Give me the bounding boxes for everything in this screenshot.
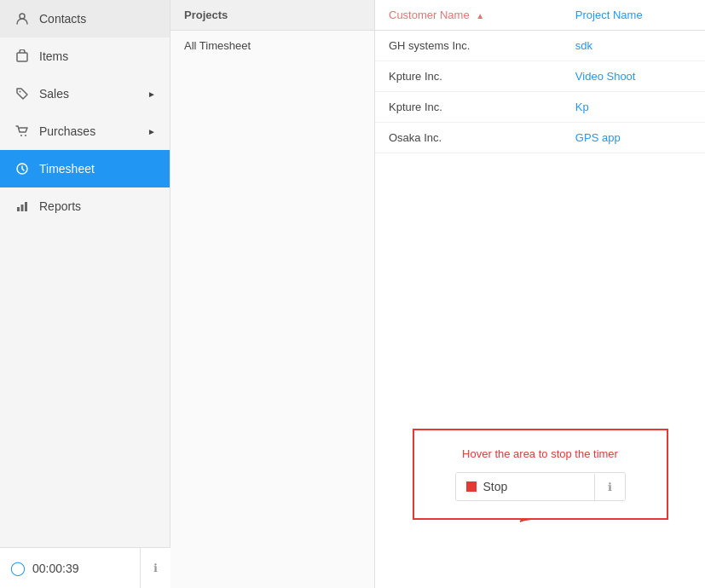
col-customer-name-label: Customer Name	[389, 9, 470, 21]
sidebar-item-reports[interactable]: Reports	[0, 187, 170, 225]
stop-btn-container: Stop ℹ	[455, 472, 626, 501]
middle-panel: Projects All Timesheet	[170, 0, 375, 588]
col-project-name-label: Project Name	[575, 9, 643, 21]
panel-item-all-timesheet[interactable]: All Timesheet	[170, 31, 374, 61]
package-icon	[14, 48, 31, 65]
chart-icon	[14, 198, 31, 215]
svg-rect-6	[17, 207, 20, 211]
col-project-name[interactable]: Project Name	[562, 0, 705, 31]
col-customer-name[interactable]: Customer Name ▲	[375, 0, 562, 31]
svg-rect-8	[25, 202, 27, 211]
panel-item-label: All Timesheet	[184, 39, 251, 52]
person-icon	[14, 10, 31, 27]
sidebar-item-sales[interactable]: Sales ►	[0, 75, 170, 112]
clock-icon	[14, 160, 31, 177]
customer-cell: Kpture Inc.	[375, 61, 562, 92]
stop-timer-popup: Hover the area to stop the timer Stop ℹ	[413, 429, 668, 520]
cart-icon	[14, 123, 31, 140]
stop-button[interactable]: Stop	[456, 473, 594, 500]
info-icon: ℹ	[153, 562, 158, 574]
svg-point-3	[20, 135, 22, 136]
timer-bar: ◯ 00:00:39 ℹ	[0, 547, 170, 588]
stop-label: Stop	[483, 480, 508, 493]
timer-display: ◯ 00:00:39	[0, 560, 140, 576]
sidebar-item-items-label: Items	[39, 49, 68, 63]
sidebar: Contacts Items Sales ► Purchase	[0, 0, 170, 588]
chevron-right-icon-2: ►	[147, 127, 156, 136]
svg-point-0	[20, 14, 25, 19]
hover-text: Hover the area to stop the timer	[462, 447, 618, 460]
data-table: Customer Name ▲ Project Name GH systems …	[375, 0, 705, 153]
project-cell[interactable]: sdk	[562, 31, 705, 61]
project-cell[interactable]: Kp	[562, 92, 705, 123]
svg-point-2	[20, 91, 21, 93]
table-row: Osaka Inc. GPS app	[375, 123, 705, 153]
sidebar-item-purchases-label: Purchases	[39, 124, 95, 138]
timer-clock-icon: ◯	[10, 560, 26, 576]
chevron-right-icon: ►	[147, 89, 156, 99]
timer-time: 00:00:39	[32, 562, 79, 575]
project-cell[interactable]: GPS app	[562, 123, 705, 153]
sidebar-item-items[interactable]: Items	[0, 37, 170, 75]
customer-cell: Osaka Inc.	[375, 123, 562, 153]
sidebar-item-contacts[interactable]: Contacts	[0, 0, 170, 37]
sidebar-item-purchases[interactable]: Purchases ►	[0, 112, 170, 150]
stop-square-icon	[466, 481, 477, 492]
sidebar-item-sales-label: Sales	[39, 87, 69, 101]
svg-rect-1	[17, 53, 27, 61]
tag-icon	[14, 85, 31, 102]
table-row: Kpture Inc. Video Shoot	[375, 61, 705, 92]
sidebar-item-contacts-label: Contacts	[39, 12, 86, 26]
sidebar-item-timesheet-label: Timesheet	[39, 162, 95, 176]
main-content: Customer Name ▲ Project Name GH systems …	[375, 0, 705, 588]
svg-point-4	[25, 135, 26, 136]
sidebar-item-reports-label: Reports	[39, 199, 81, 213]
svg-rect-7	[21, 205, 24, 211]
customer-cell: GH systems Inc.	[375, 31, 562, 61]
info-icon-2: ℹ	[608, 481, 612, 493]
sidebar-item-timesheet[interactable]: Timesheet	[0, 150, 170, 187]
sort-arrow-icon: ▲	[476, 11, 484, 20]
project-cell[interactable]: Video Shoot	[562, 61, 705, 92]
middle-panel-header: Projects	[170, 0, 374, 31]
timer-info-button[interactable]: ℹ	[140, 548, 170, 588]
table-row: GH systems Inc. sdk	[375, 31, 705, 61]
stop-info-button[interactable]: ℹ	[594, 474, 625, 500]
customer-cell: Kpture Inc.	[375, 92, 562, 123]
table-row: Kpture Inc. Kp	[375, 92, 705, 123]
